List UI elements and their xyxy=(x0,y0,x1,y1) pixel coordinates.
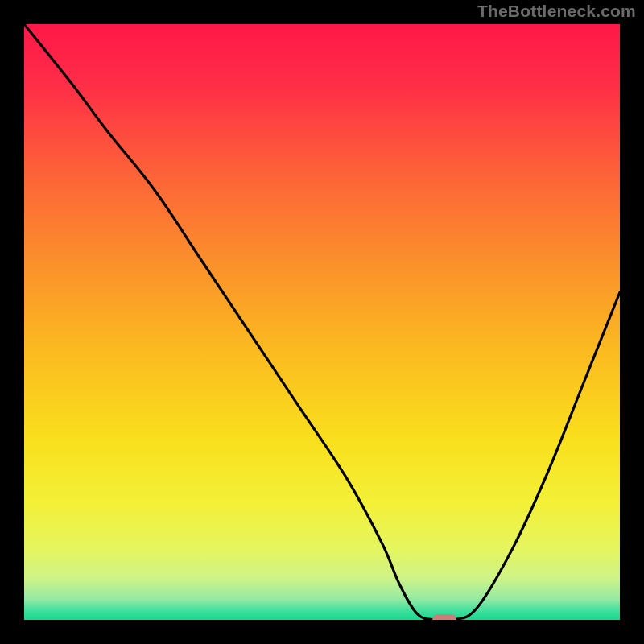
watermark-text: TheBottleneck.com xyxy=(477,2,636,21)
chart-frame: TheBottleneck.com xyxy=(0,0,644,644)
background-gradient xyxy=(24,24,620,620)
plot-area xyxy=(24,24,620,620)
svg-rect-0 xyxy=(24,24,620,620)
optimal-point-marker xyxy=(432,614,456,620)
